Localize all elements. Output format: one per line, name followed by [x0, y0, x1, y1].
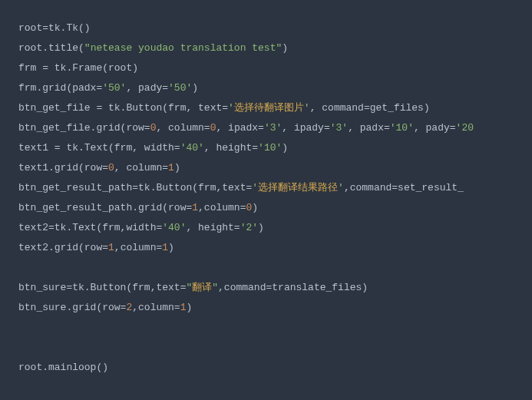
code-token: ) — [282, 142, 288, 154]
string-literal: "netease youdao translation test" — [84, 42, 282, 54]
code-token: root=tk.Tk() — [18, 22, 91, 34]
code-token: btn_sure.grid(row= — [18, 302, 126, 313]
code-token: , ipadx= — [216, 122, 263, 134]
string-literal: '20 — [456, 122, 474, 134]
string-literal-cn: 翻译 — [192, 282, 212, 293]
code-line: btn_get_file.grid(row=0, column=0, ipadx… — [18, 118, 532, 138]
code-token: , command=get_files) — [310, 102, 430, 114]
code-line: text1 = tk.Text(frm, width='40', height=… — [18, 138, 532, 158]
string-literal: '40' — [180, 142, 204, 154]
code-token: ) — [168, 242, 174, 253]
string-quote: " — [212, 282, 218, 293]
code-line: root.title("netease youdao translation t… — [18, 38, 532, 58]
string-quote: ' — [304, 102, 310, 114]
string-literal: '3' — [264, 122, 282, 134]
code-token: , column= — [114, 162, 168, 174]
code-token: btn_get_result_path=tk.Button(frm,text= — [18, 182, 252, 193]
string-quote: ' — [252, 182, 258, 193]
string-literal: '10' — [390, 122, 414, 134]
code-line: text2.grid(row=1,column=1) — [18, 238, 532, 258]
code-line: frm = tk.Frame(root) — [18, 58, 532, 78]
number-literal: 1 — [168, 162, 174, 174]
string-quote: ' — [228, 102, 234, 114]
code-token: btn_get_file.grid(row= — [18, 122, 150, 134]
blank-line — [18, 258, 532, 278]
code-line: text1.grid(row=0, column=1) — [18, 158, 532, 178]
code-token: , column= — [156, 122, 210, 134]
code-token: ,column= — [198, 202, 246, 213]
string-literal: '50' — [168, 82, 192, 94]
code-token: , height= — [204, 142, 258, 154]
code-token: ,column= — [132, 302, 180, 313]
code-token: text2=tk.Text(frm,width= — [18, 222, 162, 233]
code-line: root.mainloop() — [18, 358, 532, 378]
code-token: root.mainloop() — [18, 362, 108, 373]
code-token: ) — [186, 302, 192, 313]
code-line: btn_sure.grid(row=2,column=1) — [18, 298, 532, 318]
code-line: text2=tk.Text(frm,width='40', height='2'… — [18, 218, 532, 238]
blank-line — [18, 318, 532, 338]
code-token: root.title( — [18, 42, 84, 54]
code-token: ) — [282, 42, 288, 54]
code-token: ,column= — [114, 242, 162, 253]
code-token: ,command=translate_files) — [218, 282, 368, 293]
code-token: ) — [258, 222, 264, 233]
code-token: , pady= — [414, 122, 456, 134]
code-token: text2.grid(row= — [18, 242, 108, 253]
code-token: btn_get_result_path.grid(row= — [18, 202, 192, 213]
code-line: btn_sure=tk.Button(frm,text="翻译",command… — [18, 278, 532, 298]
code-token: ) — [174, 162, 180, 174]
code-editor: root=tk.Tk() root.title("netease youdao … — [18, 18, 532, 378]
string-literal: '3' — [330, 122, 348, 134]
string-literal: '40' — [162, 222, 186, 233]
code-token: frm.grid(padx= — [18, 82, 102, 94]
code-token: , padx= — [348, 122, 390, 134]
code-line: frm.grid(padx='50', pady='50') — [18, 78, 532, 98]
string-literal: '50' — [102, 82, 126, 94]
number-literal: 1 — [192, 202, 198, 213]
code-token: ) — [252, 202, 258, 213]
blank-line — [18, 338, 532, 358]
code-token: ) — [192, 82, 198, 94]
string-quote: ' — [338, 182, 344, 193]
string-literal: '2' — [240, 222, 258, 233]
code-token: ,command=set_result_ — [344, 182, 464, 193]
string-literal-cn: 选择翻译结果路径 — [258, 182, 338, 193]
code-token: , pady= — [126, 82, 168, 94]
code-token: btn_get_file = tk.Button(frm, text= — [18, 102, 228, 114]
code-line: root=tk.Tk() — [18, 18, 532, 38]
string-literal-cn: 选择待翻译图片 — [234, 102, 304, 114]
number-literal: 1 — [162, 242, 168, 253]
string-literal: '10' — [258, 142, 282, 154]
code-token: text1.grid(row= — [18, 162, 108, 174]
code-token: btn_sure=tk.Button(frm,text= — [18, 282, 186, 293]
code-token: text1 = tk.Text(frm, width= — [18, 142, 180, 154]
code-token: , ipady= — [282, 122, 329, 134]
code-token: , height= — [186, 222, 240, 233]
code-line: btn_get_file = tk.Button(frm, text='选择待翻… — [18, 98, 532, 118]
code-token: frm = tk.Frame(root) — [18, 62, 138, 74]
number-literal: 1 — [108, 242, 114, 253]
number-literal: 0 — [108, 162, 114, 174]
code-line: btn_get_result_path.grid(row=1,column=0) — [18, 198, 532, 218]
code-line: btn_get_result_path=tk.Button(frm,text='… — [18, 178, 532, 198]
